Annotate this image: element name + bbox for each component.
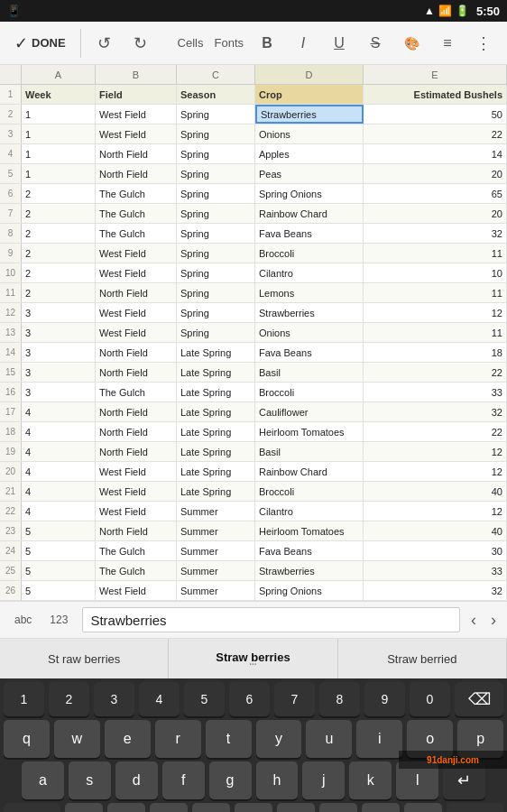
header-week[interactable]: Week xyxy=(22,85,96,104)
cell-field-8[interactable]: West Field xyxy=(96,263,177,282)
cell-season-5[interactable]: Spring xyxy=(177,204,255,223)
cell-crop-14[interactable]: Broccoli xyxy=(255,383,364,401)
cell-season-8[interactable]: Spring xyxy=(177,263,255,282)
cell-week-24[interactable]: 5 xyxy=(22,581,96,600)
cell-field-15[interactable]: North Field xyxy=(96,402,177,421)
cell-crop-3[interactable]: Peas xyxy=(255,164,364,183)
col-header-c[interactable]: C xyxy=(177,65,255,84)
cell-bushels-5[interactable]: 20 xyxy=(364,204,507,223)
cell-bushels-20[interactable]: 12 xyxy=(364,502,507,521)
cell-week-18[interactable]: 4 xyxy=(22,462,96,481)
cell-field-14[interactable]: The Gulch xyxy=(96,383,177,401)
cell-week-8[interactable]: 2 xyxy=(22,263,96,282)
cell-field-12[interactable]: North Field xyxy=(96,343,177,362)
next-cell-button[interactable]: › xyxy=(487,609,500,632)
cell-field-6[interactable]: The Gulch xyxy=(96,224,177,243)
cell-week-17[interactable]: 4 xyxy=(22,442,96,461)
cell-week-5[interactable]: 2 xyxy=(22,204,96,223)
cell-bushels-19[interactable]: 40 xyxy=(364,482,507,501)
cell-bushels-14[interactable]: 33 xyxy=(364,383,507,401)
cell-field-24[interactable]: West Field xyxy=(96,581,177,600)
cell-bushels-21[interactable]: 40 xyxy=(364,521,507,540)
cell-bushels-3[interactable]: 20 xyxy=(364,164,507,183)
cell-season-14[interactable]: Late Spring xyxy=(177,383,255,401)
cell-season-16[interactable]: Late Spring xyxy=(177,422,255,441)
cell-week-23[interactable]: 5 xyxy=(22,561,96,580)
formula-input[interactable]: Strawberries xyxy=(82,607,460,632)
cell-week-2[interactable]: 1 xyxy=(22,144,96,163)
cell-week-7[interactable]: 2 xyxy=(22,244,96,263)
cell-crop-18[interactable]: Rainbow Chard xyxy=(255,462,364,481)
cell-crop-12[interactable]: Fava Beans xyxy=(255,343,364,362)
key-8[interactable]: 8 xyxy=(319,682,360,716)
more-button[interactable]: ⋮ xyxy=(467,27,500,60)
cell-crop-17[interactable]: Basil xyxy=(255,442,364,461)
cell-week-13[interactable]: 3 xyxy=(22,363,96,382)
cell-crop-23[interactable]: Strawberries xyxy=(255,561,364,580)
cell-field-13[interactable]: North Field xyxy=(96,363,177,382)
delete-key[interactable]: ⌫ xyxy=(455,682,503,716)
key-b[interactable]: b xyxy=(235,803,272,812)
cell-week-20[interactable]: 4 xyxy=(22,502,96,521)
autocomplete-item-2[interactable]: Straw berried xyxy=(338,639,507,678)
cell-field-2[interactable]: North Field xyxy=(96,144,177,163)
cell-field-18[interactable]: West Field xyxy=(96,462,177,481)
header-bushels[interactable]: Estimated Bushels xyxy=(364,85,507,104)
prev-cell-button[interactable]: ‹ xyxy=(467,609,480,632)
cell-season-20[interactable]: Summer xyxy=(177,502,255,521)
key-u[interactable]: u xyxy=(306,720,352,758)
cell-week-0[interactable]: 1 xyxy=(22,105,96,124)
cell-crop-1[interactable]: Onions xyxy=(255,125,364,143)
cell-crop-2[interactable]: Apples xyxy=(255,144,364,163)
cell-crop-9[interactable]: Lemons xyxy=(255,283,364,302)
cell-season-4[interactable]: Spring xyxy=(177,184,255,203)
cell-crop-6[interactable]: Fava Beans xyxy=(255,224,364,243)
cell-field-0[interactable]: West Field xyxy=(96,105,177,124)
header-season[interactable]: Season xyxy=(177,85,255,104)
cell-bushels-4[interactable]: 65 xyxy=(364,184,507,203)
key-9[interactable]: 9 xyxy=(364,682,405,716)
key-g[interactable]: g xyxy=(209,761,252,799)
underline-button[interactable]: U xyxy=(323,27,355,60)
cell-season-2[interactable]: Spring xyxy=(177,144,255,163)
header-crop[interactable]: Crop xyxy=(255,85,364,104)
key-d[interactable]: d xyxy=(115,761,158,799)
cell-season-13[interactable]: Late Spring xyxy=(177,363,255,382)
cell-week-4[interactable]: 2 xyxy=(22,184,96,203)
cell-bushels-22[interactable]: 30 xyxy=(364,541,507,560)
cell-crop-21[interactable]: Heirloom Tomatoes xyxy=(255,521,364,540)
cell-crop-15[interactable]: Cauliflower xyxy=(255,402,364,421)
abc-button[interactable]: abc xyxy=(7,611,39,629)
cell-week-16[interactable]: 4 xyxy=(22,422,96,441)
shift-right-key[interactable]: ⇧ xyxy=(447,803,503,812)
cell-bushels-8[interactable]: 10 xyxy=(364,263,507,282)
cell-field-17[interactable]: North Field xyxy=(96,442,177,461)
fill-color-button[interactable]: 🎨 xyxy=(395,27,428,60)
key-h[interactable]: h xyxy=(256,761,299,799)
cell-field-4[interactable]: The Gulch xyxy=(96,184,177,203)
fonts-button[interactable]: Fonts xyxy=(210,36,247,50)
key-q[interactable]: q xyxy=(4,720,50,758)
cell-field-9[interactable]: North Field xyxy=(96,283,177,302)
cell-crop-16[interactable]: Heirloom Tomatoes xyxy=(255,422,364,441)
cell-week-10[interactable]: 3 xyxy=(22,303,96,322)
cell-bushels-2[interactable]: 14 xyxy=(364,144,507,163)
key-3[interactable]: 3 xyxy=(94,682,134,716)
cell-season-9[interactable]: Spring xyxy=(177,283,255,302)
cell-bushels-10[interactable]: 12 xyxy=(364,303,507,322)
done-button[interactable]: ✓ DONE xyxy=(7,30,73,57)
cell-bushels-23[interactable]: 33 xyxy=(364,561,507,580)
key-s[interactable]: s xyxy=(69,761,111,799)
cell-week-14[interactable]: 3 xyxy=(22,383,96,401)
cell-crop-20[interactable]: Cilantro xyxy=(255,502,364,521)
cell-week-12[interactable]: 3 xyxy=(22,343,96,362)
key-z[interactable]: z xyxy=(65,803,103,812)
cell-bushels-24[interactable]: 32 xyxy=(364,581,507,600)
cell-season-7[interactable]: Spring xyxy=(177,244,255,263)
bold-button[interactable]: B xyxy=(251,27,283,60)
shift-key[interactable]: ⇧ xyxy=(4,803,60,812)
cell-field-3[interactable]: North Field xyxy=(96,164,177,183)
cell-week-9[interactable]: 2 xyxy=(22,283,96,302)
cell-week-1[interactable]: 1 xyxy=(22,125,96,143)
key-exclaim[interactable]: ! xyxy=(362,803,400,812)
